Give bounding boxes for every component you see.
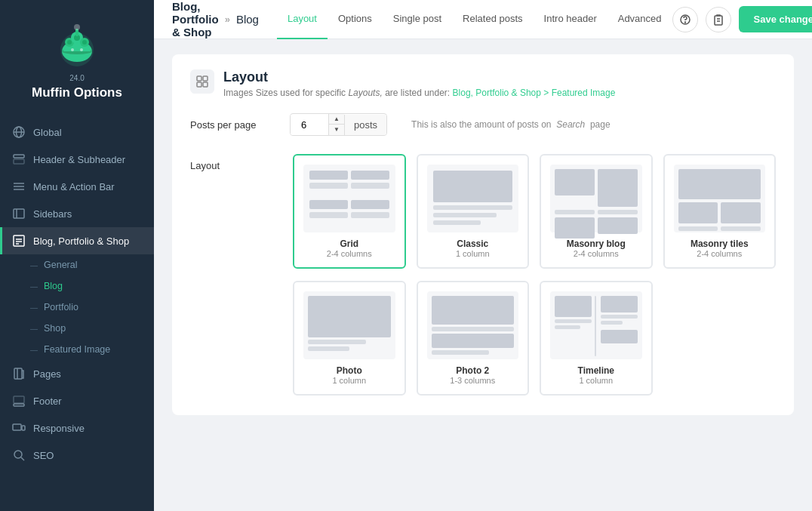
sidebars-icon: [12, 207, 26, 220]
layout-empty-cell: [663, 281, 777, 396]
breadcrumb: Blog, Portfolio & Shop » Blog: [172, 0, 259, 38]
footer-icon: [12, 394, 26, 408]
tab-related-posts[interactable]: Related posts: [452, 0, 534, 39]
sidebar-sub-featured-image[interactable]: Featured Image: [24, 339, 154, 360]
layout-thumb-grid: [303, 165, 395, 232]
tab-options[interactable]: Options: [328, 0, 383, 39]
version-badge: 24.0: [69, 74, 84, 82]
sub-items: General Blog Portfolio Shop Featured Ima…: [0, 254, 154, 360]
save-button[interactable]: Save changes: [739, 6, 812, 32]
layout-cols-photo2: 1-3 columns: [427, 376, 519, 385]
layout-cols-timeline: 1 column: [550, 376, 642, 385]
clipboard-button[interactable]: [706, 7, 731, 32]
sidebar-sub-portfolio[interactable]: Portfolio: [24, 297, 154, 318]
sidebar-item-menu[interactable]: Menu & Action Bar: [0, 173, 154, 200]
sidebar-item-sidebars[interactable]: Sidebars: [0, 200, 154, 227]
svg-rect-28: [14, 396, 24, 403]
tab-intro-header[interactable]: Intro header: [534, 0, 607, 39]
posts-hint: This is also the amount of posts on Sear…: [411, 119, 611, 130]
sidebar-item-responsive[interactable]: Responsive: [0, 414, 154, 442]
responsive-icon: [12, 421, 26, 435]
sidebar-label-blog: Blog, Portfolio & Shop: [33, 235, 129, 247]
layout-thumb-classic: [427, 165, 519, 232]
card-subtitle: Images Sizes used for specific Layouts, …: [223, 88, 615, 98]
breadcrumb-current: Blog: [236, 13, 259, 26]
clipboard-icon: [712, 14, 724, 26]
layout-name-classic: Classic: [427, 239, 519, 249]
layout-name-photo: Photo: [303, 365, 395, 376]
svg-point-12: [80, 48, 83, 51]
layout-option-photo2[interactable]: Photo 2 1-3 columns: [417, 281, 530, 396]
main-content: Blog, Portfolio & Shop » Blog Layout Opt…: [154, 0, 812, 511]
subtitle-link[interactable]: Blog, Portfolio & Shop > Featured Image: [453, 88, 616, 98]
grid-icon: [195, 75, 209, 88]
sidebar-item-footer[interactable]: Footer: [0, 387, 154, 414]
svg-rect-39: [197, 76, 201, 81]
layout-cols-grid: 2-4 columns: [303, 249, 395, 258]
help-button[interactable]: [672, 7, 698, 32]
tab-advanced[interactable]: Advanced: [607, 0, 672, 39]
svg-rect-36: [715, 16, 722, 25]
card-header-icon: [190, 69, 214, 94]
layout-option-timeline[interactable]: Timeline 1 column: [540, 281, 653, 396]
sidebar-sub-general[interactable]: General: [24, 254, 154, 276]
layout-thumb-photo2: [427, 291, 519, 359]
layout-options-container: Grid 2-4 columns Classic: [293, 154, 776, 396]
svg-rect-31: [22, 426, 25, 430]
svg-rect-41: [197, 82, 201, 87]
layout-card: Layout Images Sizes used for specific La…: [172, 54, 794, 415]
layout-option-masonry-blog[interactable]: Masonry blog 2-4 columns: [540, 154, 653, 269]
spin-down-button[interactable]: ▼: [329, 125, 344, 135]
app-title: Muffin Options: [32, 85, 122, 100]
topbar: Blog, Portfolio & Shop » Blog Layout Opt…: [154, 0, 812, 39]
tab-single-post[interactable]: Single post: [383, 0, 452, 39]
sidebar-item-pages[interactable]: Pages: [0, 360, 154, 387]
sidebar-item-seo[interactable]: SEO: [0, 442, 154, 469]
svg-point-11: [71, 48, 74, 51]
svg-rect-21: [14, 209, 24, 218]
blog-icon: [12, 234, 26, 248]
layout-option-classic[interactable]: Classic 1 column: [417, 154, 530, 269]
header-icon: [12, 152, 26, 166]
sidebar-nav: Global Header & Subheader Menu & Action …: [0, 112, 154, 511]
card-header-text: Layout Images Sizes used for specific La…: [223, 69, 615, 98]
layout-cols-masonry-blog: 2-4 columns: [550, 249, 642, 258]
globe-icon: [12, 125, 26, 139]
breadcrumb-separator: »: [225, 14, 230, 25]
posts-unit: posts: [344, 115, 386, 135]
sidebar-sub-blog[interactable]: Blog: [24, 276, 154, 297]
sidebar-label-responsive: Responsive: [33, 423, 85, 434]
layout-name-masonry-blog: Masonry blog: [550, 239, 642, 249]
sidebar-item-header[interactable]: Header & Subheader: [0, 146, 154, 173]
sidebar-logo: 24.0 Muffin Options: [0, 0, 154, 112]
layout-option-masonry-tiles[interactable]: Masonry tiles 2-4 columns: [663, 154, 777, 269]
sidebar-item-global[interactable]: Global: [0, 119, 154, 146]
layout-option-grid[interactable]: Grid 2-4 columns: [293, 154, 406, 269]
layout-thumb-masonry-tiles: [674, 165, 766, 232]
svg-point-6: [67, 40, 72, 45]
sidebar-item-blog[interactable]: Blog, Portfolio & Shop: [0, 227, 154, 254]
card-title: Layout: [223, 69, 615, 85]
spin-up-button[interactable]: ▲: [329, 114, 344, 125]
sidebar-label-global: Global: [33, 127, 62, 138]
layout-grid-bottom: Photo 1 column Photo 2: [293, 281, 776, 396]
tabs: Layout Options Single post Related posts…: [277, 0, 672, 39]
svg-rect-23: [14, 235, 24, 246]
svg-point-32: [14, 451, 22, 458]
svg-rect-40: [203, 76, 208, 81]
seo-icon: [12, 448, 26, 462]
svg-rect-16: [14, 155, 24, 158]
card-header: Layout Images Sizes used for specific La…: [190, 69, 776, 98]
layout-grid-top: Grid 2-4 columns Classic: [293, 154, 776, 269]
pages-icon: [12, 367, 26, 380]
layout-option-photo[interactable]: Photo 1 column: [293, 281, 406, 396]
svg-rect-17: [14, 159, 24, 164]
layout-cols-photo: 1 column: [303, 376, 395, 385]
svg-rect-27: [14, 368, 22, 379]
sidebar-label-seo: SEO: [33, 450, 54, 461]
tab-layout[interactable]: Layout: [277, 0, 328, 39]
content-area: Layout Images Sizes used for specific La…: [154, 39, 812, 511]
sidebar-sub-shop[interactable]: Shop: [24, 318, 154, 339]
layout-label: Layout: [190, 154, 281, 385]
posts-per-page-input[interactable]: [291, 115, 328, 135]
